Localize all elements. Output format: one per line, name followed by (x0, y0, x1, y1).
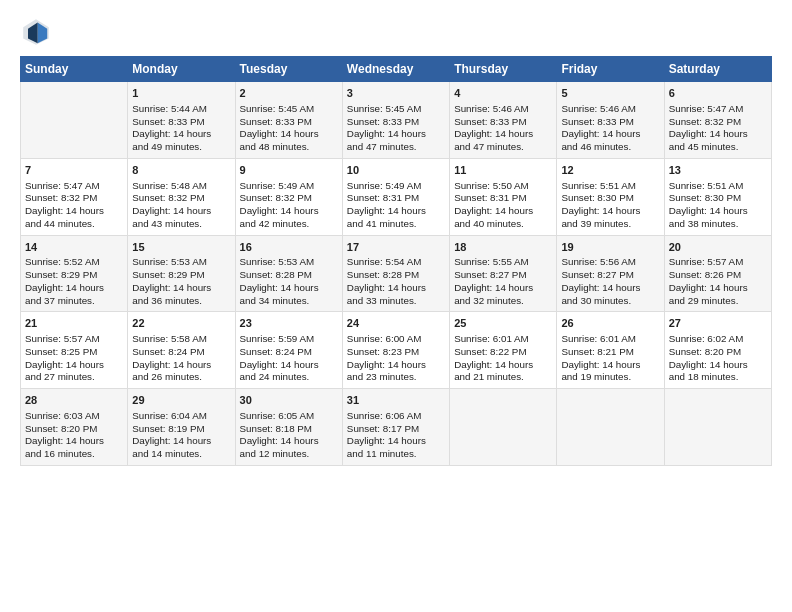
day-number: 21 (25, 316, 123, 331)
cell-4-4: 24Sunrise: 6:00 AMSunset: 8:23 PMDayligh… (342, 312, 449, 389)
week-row-2: 7Sunrise: 5:47 AMSunset: 8:32 PMDaylight… (21, 158, 772, 235)
cell-3-2: 15Sunrise: 5:53 AMSunset: 8:29 PMDayligh… (128, 235, 235, 312)
cell-5-5 (450, 389, 557, 466)
page: SundayMondayTuesdayWednesdayThursdayFrid… (0, 0, 792, 612)
cell-content: Sunrise: 5:45 AMSunset: 8:33 PMDaylight:… (347, 103, 445, 154)
cell-2-4: 10Sunrise: 5:49 AMSunset: 8:31 PMDayligh… (342, 158, 449, 235)
week-row-4: 21Sunrise: 5:57 AMSunset: 8:25 PMDayligh… (21, 312, 772, 389)
day-number: 24 (347, 316, 445, 331)
week-row-3: 14Sunrise: 5:52 AMSunset: 8:29 PMDayligh… (21, 235, 772, 312)
cell-2-3: 9Sunrise: 5:49 AMSunset: 8:32 PMDaylight… (235, 158, 342, 235)
day-number: 19 (561, 240, 659, 255)
cell-3-7: 20Sunrise: 5:57 AMSunset: 8:26 PMDayligh… (664, 235, 771, 312)
day-number: 9 (240, 163, 338, 178)
cell-3-5: 18Sunrise: 5:55 AMSunset: 8:27 PMDayligh… (450, 235, 557, 312)
cell-5-6 (557, 389, 664, 466)
header-day-monday: Monday (128, 57, 235, 82)
cell-2-2: 8Sunrise: 5:48 AMSunset: 8:32 PMDaylight… (128, 158, 235, 235)
cell-3-6: 19Sunrise: 5:56 AMSunset: 8:27 PMDayligh… (557, 235, 664, 312)
cell-content: Sunrise: 6:05 AMSunset: 8:18 PMDaylight:… (240, 410, 338, 461)
day-number: 29 (132, 393, 230, 408)
day-number: 14 (25, 240, 123, 255)
cell-content: Sunrise: 5:51 AMSunset: 8:30 PMDaylight:… (561, 180, 659, 231)
day-number: 30 (240, 393, 338, 408)
cell-3-1: 14Sunrise: 5:52 AMSunset: 8:29 PMDayligh… (21, 235, 128, 312)
cell-5-1: 28Sunrise: 6:03 AMSunset: 8:20 PMDayligh… (21, 389, 128, 466)
cell-5-4: 31Sunrise: 6:06 AMSunset: 8:17 PMDayligh… (342, 389, 449, 466)
cell-content: Sunrise: 5:47 AMSunset: 8:32 PMDaylight:… (25, 180, 123, 231)
cell-5-7 (664, 389, 771, 466)
cell-4-2: 22Sunrise: 5:58 AMSunset: 8:24 PMDayligh… (128, 312, 235, 389)
cell-3-3: 16Sunrise: 5:53 AMSunset: 8:28 PMDayligh… (235, 235, 342, 312)
header-day-wednesday: Wednesday (342, 57, 449, 82)
cell-1-2: 1Sunrise: 5:44 AMSunset: 8:33 PMDaylight… (128, 82, 235, 159)
day-number: 12 (561, 163, 659, 178)
day-number: 20 (669, 240, 767, 255)
cell-content: Sunrise: 5:47 AMSunset: 8:32 PMDaylight:… (669, 103, 767, 154)
week-row-5: 28Sunrise: 6:03 AMSunset: 8:20 PMDayligh… (21, 389, 772, 466)
logo (20, 16, 56, 48)
day-number: 15 (132, 240, 230, 255)
day-number: 28 (25, 393, 123, 408)
cell-content: Sunrise: 5:56 AMSunset: 8:27 PMDaylight:… (561, 256, 659, 307)
cell-content: Sunrise: 5:50 AMSunset: 8:31 PMDaylight:… (454, 180, 552, 231)
day-number: 11 (454, 163, 552, 178)
cell-1-3: 2Sunrise: 5:45 AMSunset: 8:33 PMDaylight… (235, 82, 342, 159)
cell-content: Sunrise: 5:48 AMSunset: 8:32 PMDaylight:… (132, 180, 230, 231)
day-number: 2 (240, 86, 338, 101)
cell-content: Sunrise: 6:01 AMSunset: 8:21 PMDaylight:… (561, 333, 659, 384)
day-number: 5 (561, 86, 659, 101)
day-number: 6 (669, 86, 767, 101)
cell-1-5: 4Sunrise: 5:46 AMSunset: 8:33 PMDaylight… (450, 82, 557, 159)
cell-content: Sunrise: 5:53 AMSunset: 8:29 PMDaylight:… (132, 256, 230, 307)
day-number: 13 (669, 163, 767, 178)
day-number: 17 (347, 240, 445, 255)
cell-content: Sunrise: 5:57 AMSunset: 8:26 PMDaylight:… (669, 256, 767, 307)
header-day-thursday: Thursday (450, 57, 557, 82)
day-number: 26 (561, 316, 659, 331)
cell-4-6: 26Sunrise: 6:01 AMSunset: 8:21 PMDayligh… (557, 312, 664, 389)
cell-2-5: 11Sunrise: 5:50 AMSunset: 8:31 PMDayligh… (450, 158, 557, 235)
day-number: 1 (132, 86, 230, 101)
cell-content: Sunrise: 5:49 AMSunset: 8:31 PMDaylight:… (347, 180, 445, 231)
day-number: 3 (347, 86, 445, 101)
cell-2-7: 13Sunrise: 5:51 AMSunset: 8:30 PMDayligh… (664, 158, 771, 235)
day-number: 18 (454, 240, 552, 255)
header-day-tuesday: Tuesday (235, 57, 342, 82)
cell-content: Sunrise: 5:51 AMSunset: 8:30 PMDaylight:… (669, 180, 767, 231)
cell-content: Sunrise: 6:02 AMSunset: 8:20 PMDaylight:… (669, 333, 767, 384)
cell-content: Sunrise: 6:04 AMSunset: 8:19 PMDaylight:… (132, 410, 230, 461)
cell-content: Sunrise: 5:52 AMSunset: 8:29 PMDaylight:… (25, 256, 123, 307)
day-number: 10 (347, 163, 445, 178)
cell-content: Sunrise: 5:54 AMSunset: 8:28 PMDaylight:… (347, 256, 445, 307)
day-number: 23 (240, 316, 338, 331)
calendar-table: SundayMondayTuesdayWednesdayThursdayFrid… (20, 56, 772, 466)
cell-4-5: 25Sunrise: 6:01 AMSunset: 8:22 PMDayligh… (450, 312, 557, 389)
cell-5-2: 29Sunrise: 6:04 AMSunset: 8:19 PMDayligh… (128, 389, 235, 466)
cell-content: Sunrise: 5:46 AMSunset: 8:33 PMDaylight:… (454, 103, 552, 154)
cell-5-3: 30Sunrise: 6:05 AMSunset: 8:18 PMDayligh… (235, 389, 342, 466)
cell-content: Sunrise: 5:58 AMSunset: 8:24 PMDaylight:… (132, 333, 230, 384)
cell-content: Sunrise: 5:55 AMSunset: 8:27 PMDaylight:… (454, 256, 552, 307)
cell-2-6: 12Sunrise: 5:51 AMSunset: 8:30 PMDayligh… (557, 158, 664, 235)
header-day-saturday: Saturday (664, 57, 771, 82)
header (20, 16, 772, 48)
cell-content: Sunrise: 5:46 AMSunset: 8:33 PMDaylight:… (561, 103, 659, 154)
day-number: 27 (669, 316, 767, 331)
cell-content: Sunrise: 5:44 AMSunset: 8:33 PMDaylight:… (132, 103, 230, 154)
cell-content: Sunrise: 5:59 AMSunset: 8:24 PMDaylight:… (240, 333, 338, 384)
cell-content: Sunrise: 6:03 AMSunset: 8:20 PMDaylight:… (25, 410, 123, 461)
day-number: 31 (347, 393, 445, 408)
cell-3-4: 17Sunrise: 5:54 AMSunset: 8:28 PMDayligh… (342, 235, 449, 312)
day-number: 8 (132, 163, 230, 178)
cell-content: Sunrise: 5:49 AMSunset: 8:32 PMDaylight:… (240, 180, 338, 231)
cell-1-7: 6Sunrise: 5:47 AMSunset: 8:32 PMDaylight… (664, 82, 771, 159)
header-day-friday: Friday (557, 57, 664, 82)
day-number: 22 (132, 316, 230, 331)
cell-content: Sunrise: 5:53 AMSunset: 8:28 PMDaylight:… (240, 256, 338, 307)
cell-1-6: 5Sunrise: 5:46 AMSunset: 8:33 PMDaylight… (557, 82, 664, 159)
cell-4-3: 23Sunrise: 5:59 AMSunset: 8:24 PMDayligh… (235, 312, 342, 389)
cell-4-1: 21Sunrise: 5:57 AMSunset: 8:25 PMDayligh… (21, 312, 128, 389)
logo-icon (20, 16, 52, 48)
cell-content: Sunrise: 6:06 AMSunset: 8:17 PMDaylight:… (347, 410, 445, 461)
